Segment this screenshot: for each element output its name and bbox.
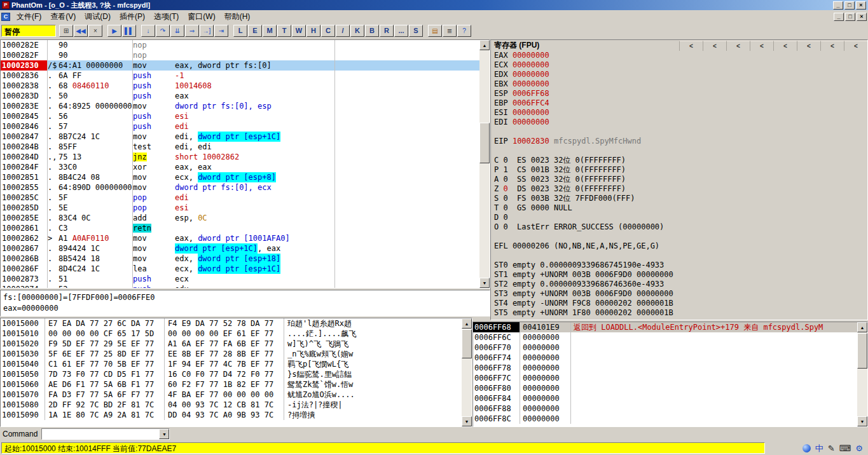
register-line[interactable]: EAX 00000000 — [491, 51, 867, 60]
dump-row[interactable]: 10015070FA D3 F7 77 5A 6F F7 774F BA EF … — [1, 390, 462, 400]
keyboard-icon[interactable]: ⌨ — [839, 444, 851, 452]
appearance-button[interactable]: ≣ — [443, 25, 457, 37]
disassembly-scrollbar[interactable]: ▲▼ — [479, 40, 490, 288]
stack-row[interactable]: 0006FF8C00000000 — [473, 414, 857, 424]
register-line[interactable]: T 0 GS 0000 NULL — [491, 203, 867, 213]
disasm-row[interactable]: 10002845.56pushesi — [1, 111, 479, 121]
disasm-row[interactable]: 1000285E.83C4 0Caddesp, 0C — [1, 213, 479, 223]
step-over-button[interactable]: ↷ — [156, 25, 170, 37]
stack-scrollbar[interactable]: ▲▼ — [857, 322, 867, 426]
disasm-row[interactable]: 1000283E.64:8925 00000000movdword ptr fs… — [1, 101, 479, 111]
dump-row[interactable]: 10015040C1 61 EF 77 70 5B EF 771F 94 EF … — [1, 359, 462, 369]
scrollbar-thumb[interactable] — [857, 333, 867, 369]
threads-button[interactable]: T — [277, 25, 291, 37]
register-line[interactable]: ESP 0006FF68 — [491, 89, 867, 98]
scrollbar-thumb[interactable] — [479, 123, 490, 163]
register-line[interactable]: C 0 ES 0023 32位 0(FFFFFFFF) — [491, 156, 867, 165]
command-input[interactable] — [43, 430, 158, 438]
stack-row[interactable]: 0006FF8400000000 — [473, 393, 857, 404]
collapse-arrow-button[interactable]: < — [844, 41, 867, 51]
scrollbar-thumb[interactable] — [462, 329, 472, 358]
breakpoints-button[interactable]: B — [365, 25, 379, 37]
stack-row[interactable]: 0006FF8000000000 — [473, 383, 857, 393]
register-line[interactable] — [491, 251, 867, 261]
disasm-row[interactable]: 1000285D.5Epopesi — [1, 203, 479, 213]
disasm-row[interactable]: 1000284F.33C0xoreax, eax — [1, 162, 479, 172]
disasm-row[interactable]: 1000283D.50pusheax — [1, 91, 479, 101]
disasm-row[interactable]: 10002846.57pushedi — [1, 121, 479, 132]
menu-file[interactable]: 文件(F) — [12, 10, 46, 24]
scroll-up-button[interactable]: ▲ — [462, 318, 472, 329]
disasm-row[interactable]: 1000282F90nop — [1, 50, 479, 60]
scroll-down-button[interactable]: ▼ — [479, 278, 490, 288]
mdi-close-button[interactable]: × — [857, 13, 867, 21]
scroll-up-button[interactable]: ▲ — [479, 40, 490, 50]
register-line[interactable]: EBP 0006FFC4 — [491, 98, 867, 108]
collapse-arrow-button[interactable]: < — [679, 41, 703, 51]
window-restore-button[interactable]: □ — [844, 1, 855, 10]
pause-button[interactable]: ▌▌ — [122, 25, 136, 37]
settings-gear-icon[interactable]: ⚙ — [855, 444, 863, 452]
close-program-button[interactable]: × — [88, 25, 102, 37]
executables-button[interactable]: E — [248, 25, 262, 37]
collapse-arrow-button[interactable]: < — [703, 41, 726, 51]
dump-scrollbar[interactable]: ▲▼ — [462, 318, 472, 426]
disasm-row[interactable]: 1000284B.85FFtestedi, edi — [1, 142, 479, 152]
stack-row[interactable]: 0006FF68004101E9返回到 LOADDLL.<ModuleEntry… — [473, 322, 857, 332]
menu-debug[interactable]: 调试(D) — [80, 10, 115, 24]
stack-row[interactable]: 0006FF7400000000 — [473, 353, 857, 363]
run-trace-button[interactable]: ... — [394, 25, 408, 37]
open-button[interactable]: ⊞ — [59, 25, 73, 37]
stack-row[interactable]: 0006FF7C00000000 — [473, 373, 857, 383]
log-button[interactable]: L — [233, 25, 247, 37]
dump-row[interactable]: 1001501000 00 00 00 CF 65 17 5D00 00 00 … — [1, 329, 462, 339]
execute-till-return-button[interactable]: →] — [200, 25, 214, 37]
window-minimize-button[interactable]: _ — [833, 1, 843, 10]
register-line[interactable]: EFL 00000206 (NO,NB,NE,A,NS,PE,GE,G) — [491, 241, 867, 251]
collapse-arrow-button[interactable]: < — [773, 41, 797, 51]
disasm-row[interactable]: 10002867.894424 1Cmovdword ptr [esp+1C],… — [1, 243, 479, 254]
register-line[interactable]: S 0 FS 003B 32位 7FFDF000(FFF) — [491, 194, 867, 203]
disasm-row[interactable]: 10002874.52pushedx — [1, 284, 479, 288]
register-line[interactable]: P 1 CS 001B 32位 0(FFFFFFFF) — [491, 165, 867, 175]
register-line[interactable]: EDI 00000000 — [491, 118, 867, 127]
register-line[interactable]: D 0 — [491, 213, 867, 222]
menu-options[interactable]: 选项(T) — [149, 10, 183, 24]
run-button[interactable]: ▶ — [107, 25, 121, 37]
disasm-row[interactable]: 10002838.68 08460110push10014608 — [1, 81, 479, 91]
disasm-row[interactable]: 10002861.C3retn — [1, 223, 479, 233]
menu-view[interactable]: 查看(V) — [46, 10, 80, 24]
call-stack-button[interactable]: K — [350, 25, 364, 37]
register-line[interactable]: Z 0 DS 0023 32位 0(FFFFFFFF) — [491, 184, 867, 194]
source-button[interactable]: S — [409, 25, 423, 37]
register-line[interactable]: EBX 00000000 — [491, 79, 867, 89]
register-line[interactable]: ST0 empty 0.0000009339686745190e-4933 — [491, 261, 867, 270]
patches-button[interactable]: / — [336, 25, 350, 37]
dump-row[interactable]: 10015060AE D6 F1 77 5A 6B F1 7760 F2 F7 … — [1, 379, 462, 390]
disasm-row[interactable]: 10002873.51pushecx — [1, 274, 479, 284]
references-button[interactable]: R — [380, 25, 394, 37]
language-ball-icon[interactable] — [803, 444, 811, 452]
dump-row[interactable]: 100150507D 73 F0 77 CD D5 F1 7716 C0 F0 … — [1, 369, 462, 379]
pen-icon[interactable]: ✎ — [828, 444, 835, 452]
options-button[interactable]: ▤ — [428, 25, 442, 37]
restart-button[interactable]: ◀◀ — [74, 25, 88, 37]
register-line[interactable]: O 0 LastErr ERROR_SUCCESS (00000000) — [491, 222, 867, 232]
disasm-row[interactable]: 10002847.8B7C24 1Cmovedi, dword ptr [esp… — [1, 132, 479, 142]
goto-button[interactable]: ⇥ — [214, 25, 228, 37]
stack-row[interactable]: 0006FF7800000000 — [473, 363, 857, 373]
mdi-restore-button[interactable]: □ — [845, 13, 855, 21]
handles-button[interactable]: H — [307, 25, 320, 37]
memory-map-button[interactable]: M — [263, 25, 277, 37]
register-line[interactable]: ST3 empty +UNORM 003B 0006F9D0 00000000 — [491, 289, 867, 299]
command-dropdown-button[interactable]: ▼ — [159, 429, 169, 439]
dump-row[interactable]: 100150901A 1E 80 7C A9 2A 81 7CDD 04 93 … — [1, 410, 462, 420]
stack-row[interactable]: 0006FF6C00000000 — [473, 332, 857, 343]
window-close-button[interactable]: × — [856, 1, 866, 10]
register-line[interactable]: A 0 SS 0023 32位 0(FFFFFFFF) — [491, 175, 867, 184]
cpu-button[interactable]: C — [321, 25, 335, 37]
disasm-row[interactable]: 10002855.64:890D 00000000movdword ptr fs… — [1, 182, 479, 193]
register-line[interactable] — [491, 146, 867, 156]
collapse-arrow-button[interactable]: < — [797, 41, 820, 51]
stack-row[interactable]: 0006FF8800000000 — [473, 404, 857, 414]
